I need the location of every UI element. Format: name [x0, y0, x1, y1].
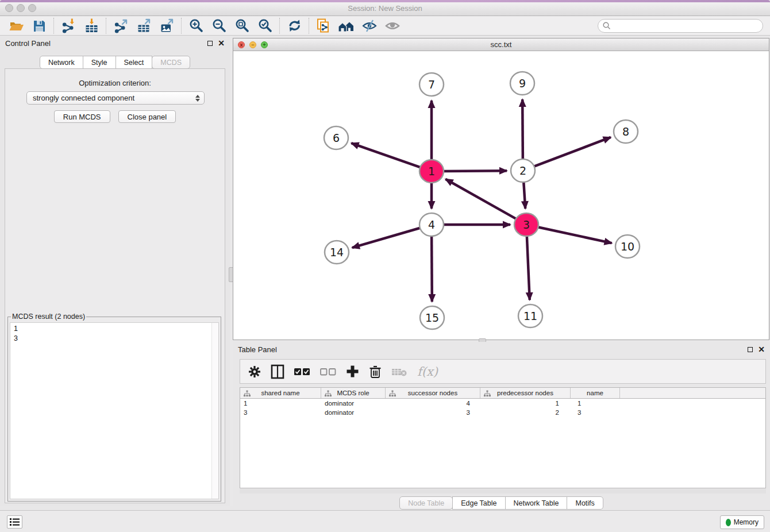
- column-header-shared-name[interactable]: shared name: [240, 388, 321, 398]
- float-panel-icon[interactable]: [748, 347, 753, 352]
- svg-text:3: 3: [523, 218, 530, 231]
- column-header-successor-nodes[interactable]: successor nodes: [386, 388, 480, 398]
- graph-edge-3-11[interactable]: [527, 235, 530, 300]
- control-panel: Control Panel ✕ Network Style Select MCD…: [0, 36, 230, 506]
- cell-predecessor-nodes[interactable]: 1: [480, 400, 571, 407]
- zoom-out-icon[interactable]: [207, 17, 230, 34]
- memory-label: Memory: [734, 518, 759, 526]
- cell-shared-name[interactable]: 1: [240, 400, 321, 407]
- column-header-mcds-role[interactable]: MCDS role: [321, 388, 386, 398]
- svg-text:8: 8: [622, 125, 629, 138]
- graph-node-14[interactable]: 14: [325, 241, 349, 264]
- graph-edge-4-15[interactable]: [432, 235, 432, 302]
- function-builder-icon[interactable]: f(x): [417, 365, 438, 379]
- memory-button[interactable]: Memory: [720, 515, 764, 529]
- table-row[interactable]: 3 dominator 3 2 3: [240, 408, 765, 417]
- open-session-icon[interactable]: [5, 17, 28, 34]
- graph-edge-4-14[interactable]: [352, 228, 422, 248]
- zoom-selected-icon[interactable]: [253, 17, 276, 34]
- column-header-predecessor-nodes[interactable]: predecessor nodes: [480, 388, 571, 398]
- graph-node-8[interactable]: 8: [614, 120, 638, 143]
- tab-select[interactable]: Select: [116, 56, 153, 69]
- save-session-icon[interactable]: [28, 17, 51, 34]
- close-panel-icon[interactable]: ✕: [218, 39, 225, 47]
- graph-node-7[interactable]: 7: [419, 73, 444, 96]
- create-column-plus-icon[interactable]: [346, 365, 359, 378]
- node-table: shared name MCDS role successor nodes pr…: [240, 387, 766, 488]
- cell-name[interactable]: 1: [571, 400, 620, 407]
- svg-text:1: 1: [428, 165, 435, 178]
- cell-predecessor-nodes[interactable]: 2: [480, 409, 571, 416]
- float-panel-icon[interactable]: [207, 41, 213, 46]
- delete-column-trash-icon[interactable]: [369, 365, 382, 379]
- graph-edge-2-3[interactable]: [523, 181, 525, 209]
- graph-node-3[interactable]: 3: [514, 213, 538, 236]
- graph-node-4[interactable]: 4: [419, 213, 444, 236]
- graph-edge-3-10[interactable]: [537, 227, 612, 243]
- tab-node-table[interactable]: Node Table: [399, 496, 453, 510]
- fit-content-icon[interactable]: [230, 17, 253, 34]
- close-panel-icon[interactable]: ✕: [758, 345, 765, 353]
- select-all-columns-icon[interactable]: [294, 368, 310, 376]
- apply-layout-icon[interactable]: [283, 17, 306, 34]
- graph-edge-1-2[interactable]: [442, 171, 507, 171]
- export-image-icon[interactable]: [155, 17, 178, 34]
- split-pane-icon[interactable]: [271, 364, 284, 379]
- mcds-result-text[interactable]: 1 3: [10, 322, 219, 499]
- cell-successor-nodes[interactable]: 3: [386, 409, 480, 416]
- status-bar: Memory: [0, 510, 770, 532]
- graph-node-1[interactable]: 1: [419, 160, 444, 183]
- criterion-value: strongly connected component: [33, 94, 134, 102]
- graph-edge-1-6[interactable]: [351, 143, 422, 168]
- table-row[interactable]: 1 dominator 4 1 1: [240, 399, 765, 408]
- task-history-button[interactable]: [7, 515, 22, 529]
- cell-shared-name[interactable]: 3: [240, 409, 321, 416]
- export-table-icon[interactable]: [132, 17, 155, 34]
- show-all-icon[interactable]: [381, 17, 404, 34]
- graph-edge-2-8[interactable]: [533, 137, 611, 167]
- export-network-icon[interactable]: [109, 17, 132, 34]
- import-network-icon[interactable]: [57, 17, 80, 34]
- optimization-criterion-label: Optimization criterion:: [5, 79, 225, 87]
- import-table-icon[interactable]: [80, 17, 103, 34]
- tab-mcds[interactable]: MCDS: [152, 56, 190, 69]
- criterion-dropdown[interactable]: strongly connected component: [26, 91, 205, 105]
- first-neighbors-icon[interactable]: [335, 17, 358, 34]
- window-titlebar: Session: New Session: [0, 0, 770, 16]
- zoom-in-icon[interactable]: [184, 17, 207, 34]
- tab-edge-table[interactable]: Edge Table: [452, 496, 505, 510]
- svg-text:10: 10: [621, 240, 634, 253]
- graph-node-2[interactable]: 2: [511, 159, 535, 182]
- search-input[interactable]: [611, 20, 763, 32]
- delete-table-icon[interactable]: [391, 367, 407, 377]
- graph-node-15[interactable]: 15: [420, 306, 444, 329]
- hide-selected-icon[interactable]: [358, 17, 381, 34]
- memory-status-icon: [726, 519, 731, 526]
- tab-network[interactable]: Network: [40, 56, 83, 69]
- cell-mcds-role[interactable]: dominator: [321, 409, 386, 416]
- svg-text:7: 7: [428, 78, 435, 91]
- graph-node-9[interactable]: 9: [510, 72, 534, 95]
- graph-node-6[interactable]: 6: [324, 126, 348, 149]
- cell-mcds-role[interactable]: dominator: [321, 400, 386, 407]
- svg-text:14: 14: [330, 246, 344, 259]
- network-canvas[interactable]: 7968124314101511: [233, 51, 769, 340]
- tab-style[interactable]: Style: [83, 56, 116, 69]
- graph-edge-2-9[interactable]: [522, 99, 523, 160]
- close-panel-button[interactable]: Close panel: [118, 110, 176, 123]
- network-from-file-icon[interactable]: [312, 17, 335, 34]
- toolbar-separator: [181, 18, 182, 34]
- tab-motifs[interactable]: Motifs: [567, 496, 603, 510]
- graph-edge-3-1[interactable]: [445, 179, 517, 219]
- column-header-name[interactable]: name: [571, 388, 620, 398]
- graph-node-11[interactable]: 11: [518, 304, 542, 327]
- cell-name[interactable]: 3: [571, 409, 620, 416]
- search-field[interactable]: [598, 19, 763, 33]
- dropdown-stepper-icon: [195, 95, 200, 102]
- deselect-all-columns-icon[interactable]: [320, 368, 336, 376]
- graph-node-10[interactable]: 10: [615, 235, 640, 258]
- run-mcds-button[interactable]: Run MCDS: [54, 110, 110, 123]
- cell-successor-nodes[interactable]: 4: [386, 400, 480, 407]
- tab-network-table[interactable]: Network Table: [505, 496, 568, 510]
- table-settings-gear-icon[interactable]: [248, 365, 261, 378]
